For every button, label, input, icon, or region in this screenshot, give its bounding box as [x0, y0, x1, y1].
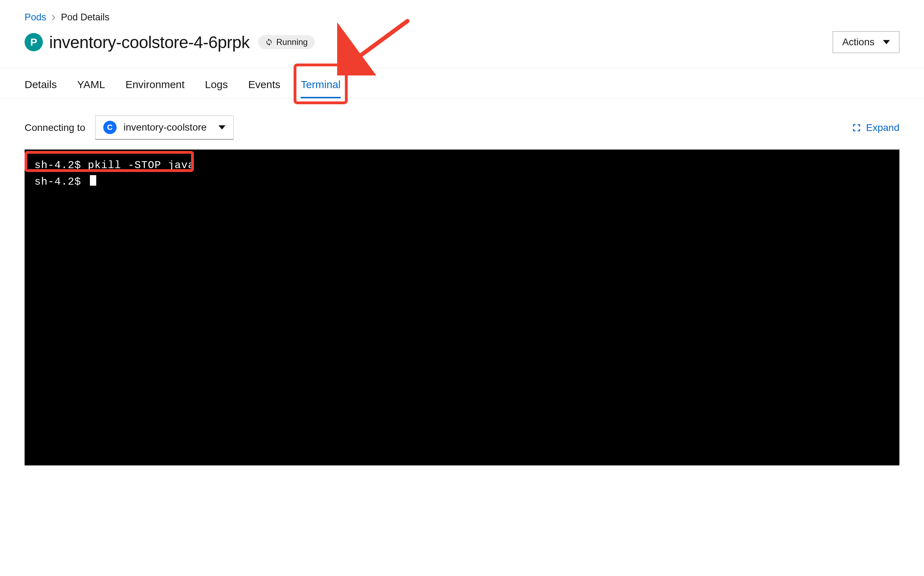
- tabs: Details YAML Environment Logs Events Ter…: [0, 68, 924, 98]
- tab-environment[interactable]: Environment: [125, 68, 184, 98]
- chevron-down-icon: [218, 125, 225, 130]
- expand-button[interactable]: Expand: [852, 122, 900, 133]
- tab-details[interactable]: Details: [24, 68, 57, 98]
- terminal-line: sh-4.2$ pkill -STOP java: [34, 157, 890, 174]
- tab-logs[interactable]: Logs: [205, 68, 228, 98]
- status-text: Running: [276, 37, 308, 47]
- pod-resource-badge: P: [24, 33, 43, 51]
- chevron-down-icon: [883, 40, 890, 44]
- page-title: inventory-coolstore-4-6prpk: [49, 33, 250, 52]
- expand-label: Expand: [866, 122, 900, 133]
- page-header: Pods Pod Details P inventory-coolstore-4…: [0, 0, 924, 53]
- breadcrumb-current: Pod Details: [61, 12, 109, 23]
- connecting-to-label: Connecting to: [24, 122, 85, 133]
- breadcrumb: Pods Pod Details: [24, 12, 900, 23]
- tab-events[interactable]: Events: [248, 68, 281, 98]
- actions-label: Actions: [842, 37, 874, 48]
- status-badge: Running: [258, 35, 315, 49]
- actions-button[interactable]: Actions: [833, 31, 900, 53]
- container-resource-badge: C: [103, 121, 117, 134]
- breadcrumb-parent[interactable]: Pods: [24, 12, 47, 23]
- tab-terminal[interactable]: Terminal: [301, 68, 340, 98]
- terminal-line: sh-4.2$: [34, 174, 890, 190]
- terminal-cursor: [90, 175, 96, 186]
- expand-icon: [852, 123, 861, 132]
- tab-yaml[interactable]: YAML: [77, 68, 105, 98]
- terminal[interactable]: sh-4.2$ pkill -STOP java sh-4.2$: [24, 150, 900, 466]
- breadcrumb-separator-icon: [51, 13, 56, 22]
- container-select[interactable]: C inventory-coolstore: [95, 115, 234, 140]
- container-select-value: inventory-coolstore: [124, 122, 207, 133]
- sync-icon: [265, 38, 273, 46]
